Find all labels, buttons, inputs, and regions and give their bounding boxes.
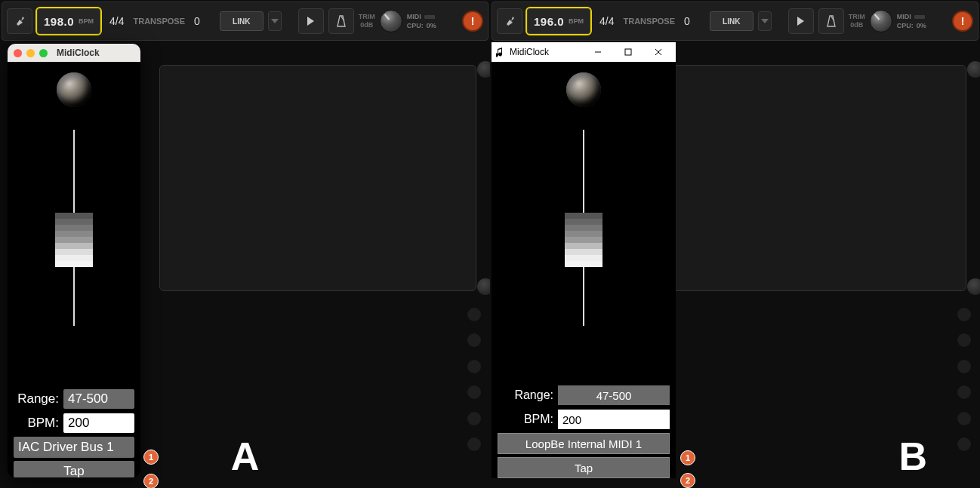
- bpm-display[interactable]: 198.0 BPM: [37, 8, 100, 34]
- midi-cpu-readout: MIDI CPU:0%: [407, 13, 436, 29]
- chevron-down-icon: [761, 19, 769, 23]
- panel-b: 196.0 BPM 4/4 TRANSPOSE 0 LINK TRIM 0dB …: [490, 0, 980, 488]
- window-title: MidiClock: [510, 47, 581, 57]
- tempo-slider[interactable]: [581, 130, 586, 326]
- midi-device-select[interactable]: IAC Driver Bus 1: [14, 437, 134, 458]
- bpm-field-label: BPM:: [14, 416, 59, 431]
- trim-readout: TRIM 0dB: [359, 13, 375, 29]
- transpose-label: TRANSPOSE: [624, 17, 675, 26]
- maximize-icon: [624, 48, 632, 56]
- annotation-badge-1: 1: [680, 450, 695, 465]
- lcd-display: [159, 65, 476, 291]
- metronome-icon: [825, 14, 837, 28]
- midi-cpu-readout: MIDI CPU:0%: [897, 13, 926, 29]
- annotation-badge-2: 2: [680, 473, 695, 488]
- metronome-button[interactable]: [328, 8, 354, 34]
- bpm-label: BPM: [79, 17, 94, 25]
- range-select[interactable]: 47-500: [63, 389, 134, 409]
- side-vents: [467, 308, 481, 451]
- transpose-value[interactable]: 0: [680, 15, 695, 27]
- chevron-down-icon: [271, 19, 279, 23]
- bpm-field-label: BPM:: [498, 413, 553, 426]
- tap-button[interactable]: Tap: [14, 461, 134, 477]
- close-button[interactable]: [646, 42, 671, 62]
- close-icon: [655, 48, 662, 56]
- titlebar[interactable]: MidiClock: [8, 44, 140, 62]
- alert-icon[interactable]: !: [952, 11, 973, 32]
- play-icon: [797, 17, 804, 26]
- slider-thumb[interactable]: [55, 213, 93, 267]
- link-button[interactable]: LINK: [710, 11, 753, 31]
- panel-letter: B: [898, 434, 927, 479]
- annotation-badge-1: 1: [143, 450, 159, 465]
- link-dropdown[interactable]: [268, 11, 282, 31]
- annotation-badge-2: 2: [143, 474, 159, 488]
- play-button[interactable]: [788, 8, 814, 34]
- encoder-top[interactable]: [967, 61, 980, 78]
- bpm-value: 198.0: [44, 15, 74, 28]
- panel-a: 198.0 BPM 4/4 TRANSPOSE 0 LINK TRIM 0dB …: [0, 0, 490, 488]
- minimize-icon[interactable]: [26, 49, 35, 57]
- transpose-value[interactable]: 0: [190, 15, 205, 27]
- link-button[interactable]: LINK: [220, 11, 263, 31]
- play-icon: [307, 17, 314, 26]
- midi-device-select[interactable]: LoopBe Internal MIDI 1: [498, 433, 670, 454]
- encoder-bottom[interactable]: [967, 278, 980, 295]
- link-dropdown[interactable]: [758, 11, 772, 31]
- svg-rect-3: [625, 49, 631, 55]
- panel-letter: A: [231, 434, 260, 479]
- bpm-input[interactable]: 200: [63, 413, 134, 433]
- tempo-slider[interactable]: [72, 130, 76, 326]
- trim-readout: TRIM 0dB: [849, 13, 865, 29]
- minimize-icon: [594, 48, 602, 56]
- wrench-icon[interactable]: [497, 8, 522, 34]
- side-vents: [957, 308, 971, 451]
- maximize-button[interactable]: [615, 42, 641, 62]
- alert-icon[interactable]: !: [462, 11, 483, 32]
- window-title: MidiClock: [57, 48, 100, 58]
- minimize-button[interactable]: [585, 42, 611, 62]
- metronome-icon: [335, 14, 347, 28]
- bpm-value: 196.0: [534, 15, 564, 28]
- close-icon[interactable]: [14, 49, 22, 57]
- range-label: Range:: [14, 391, 59, 407]
- midi-led-icon: [914, 15, 925, 19]
- tempo-lamp: [566, 72, 601, 107]
- midi-led-icon: [424, 15, 435, 19]
- bpm-label: BPM: [569, 17, 584, 25]
- zoom-icon[interactable]: [39, 49, 48, 57]
- trim-knob[interactable]: [380, 10, 402, 32]
- range-select[interactable]: 47-500: [558, 385, 670, 405]
- midiclock-window-mac: MidiClock Range: 47-500 BPM: 20: [8, 44, 140, 477]
- titlebar[interactable]: MidiClock: [492, 42, 676, 62]
- time-signature[interactable]: 4/4: [595, 15, 618, 27]
- bpm-input[interactable]: 200: [558, 410, 670, 429]
- app-icon: [496, 47, 505, 57]
- midiclock-window-win: MidiClock Range: 47-500: [492, 42, 676, 478]
- bpm-display[interactable]: 196.0 BPM: [527, 8, 590, 34]
- trim-knob[interactable]: [870, 10, 892, 32]
- toolbar: 196.0 BPM 4/4 TRANSPOSE 0 LINK TRIM 0dB …: [492, 2, 978, 41]
- metronome-button[interactable]: [818, 8, 844, 34]
- toolbar: 198.0 BPM 4/4 TRANSPOSE 0 LINK TRIM 0dB …: [2, 2, 488, 41]
- tempo-lamp: [57, 72, 91, 107]
- tap-button[interactable]: Tap: [498, 457, 670, 478]
- time-signature[interactable]: 4/4: [105, 15, 128, 27]
- transpose-label: TRANSPOSE: [134, 17, 185, 26]
- play-button[interactable]: [298, 8, 324, 34]
- range-label: Range:: [498, 388, 553, 402]
- wrench-icon[interactable]: [7, 8, 32, 34]
- lcd-display: [649, 65, 966, 291]
- slider-thumb[interactable]: [565, 213, 602, 267]
